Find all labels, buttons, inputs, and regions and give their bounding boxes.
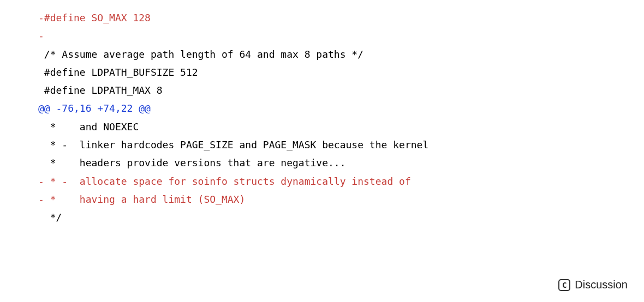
diff-line-context: * headers provide versions that are nega…	[38, 154, 644, 172]
diff-line-deleted: - * having a hard limit (SO_MAX)	[38, 190, 644, 208]
diff-line-context: #define LDPATH_MAX 8	[38, 81, 644, 99]
diff-line-context: #define LDPATH_BUFSIZE 512	[38, 63, 644, 81]
diff-line-context: * and NOEXEC	[38, 118, 644, 136]
discussion-label: Discussion	[575, 279, 628, 291]
diff-block: -#define SO_MAX 128 - /* Assume average …	[38, 9, 644, 227]
diff-hunk-header: @@ -76,16 +74,22 @@	[38, 99, 644, 117]
diff-line-deleted: - * - allocate space for soinfo structs …	[38, 172, 644, 190]
diff-line-deleted: -#define SO_MAX 128	[38, 9, 644, 27]
diff-line-deleted: -	[38, 27, 644, 45]
diff-line-context: /* Assume average path length of 64 and …	[38, 45, 644, 63]
discussion-icon: C	[558, 279, 570, 291]
diff-line-context: */	[38, 208, 644, 226]
diff-line-context: * - linker hardcodes PAGE_SIZE and PAGE_…	[38, 136, 644, 154]
discussion-button[interactable]: C Discussion	[555, 276, 631, 293]
